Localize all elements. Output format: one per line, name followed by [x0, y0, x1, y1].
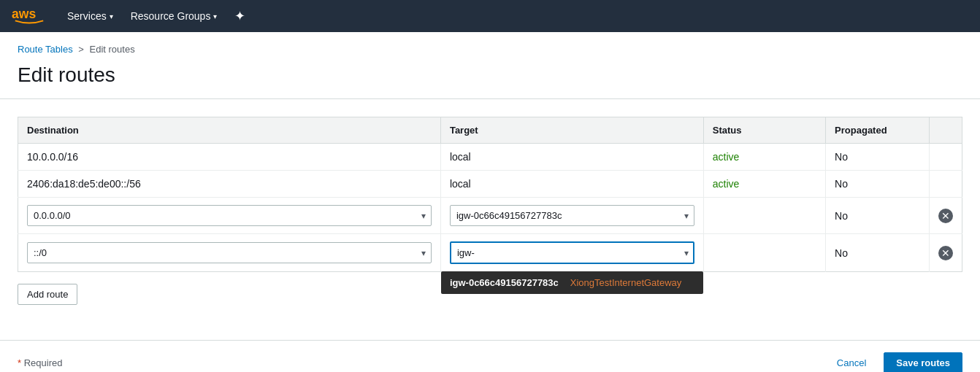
aws-logo[interactable]: aws	[12, 5, 47, 27]
breadcrumb-current: Edit routes	[90, 44, 135, 55]
status-cell-1: active	[703, 144, 825, 171]
status-input-cell-1	[703, 198, 825, 234]
action-cell-1	[929, 144, 962, 171]
target-input-cell-1: igw-0c66c49156727783c ▾	[440, 198, 703, 234]
routes-table: Destination Target Status Propagated 10.…	[18, 117, 962, 272]
breadcrumb-parent-link[interactable]: Route Tables	[18, 44, 73, 55]
remove-row-2-button[interactable]: ✕	[938, 246, 953, 260]
dest-cell-1: 10.0.0.0/16	[18, 144, 441, 171]
table-row: 2406:da18:de5:de00::/56 local active No	[18, 171, 962, 198]
footer: * Required Cancel Save routes	[0, 340, 980, 372]
dest-input-wrapper-1: 0.0.0.0/0 ▾	[27, 205, 432, 226]
suggestion-id: igw-0c66c49156727783c	[450, 277, 559, 288]
top-navigation: aws Services ▾ Resource Groups ▾ ✦	[0, 0, 980, 32]
table-header: Destination Target Status Propagated	[18, 117, 962, 144]
breadcrumb-separator: >	[78, 44, 84, 55]
pin-nav-item[interactable]: ✦	[229, 5, 251, 27]
target-cell-2: local	[440, 171, 703, 198]
action-input-cell-2: ✕	[929, 234, 962, 272]
target-suggestion-dropdown: igw-0c66c49156727783c XiongTestInternetG…	[441, 271, 703, 294]
propagated-input-cell-1: No	[826, 198, 930, 234]
services-label: Services	[67, 10, 107, 22]
table-row: 10.0.0.0/16 local active No	[18, 144, 962, 171]
svg-text:aws: aws	[12, 7, 36, 21]
status-badge-2: active	[713, 178, 740, 190]
resource-groups-nav-item[interactable]: Resource Groups ▾	[125, 7, 223, 25]
target-cell-1: local	[440, 144, 703, 171]
status-input-cell-2	[703, 234, 825, 272]
resource-groups-chevron-icon: ▾	[213, 12, 217, 20]
save-routes-button[interactable]: Save routes	[884, 352, 962, 372]
target-select-1[interactable]: igw-0c66c49156727783c	[450, 205, 694, 226]
services-chevron-icon: ▾	[110, 12, 113, 20]
remove-row-1-button[interactable]: ✕	[938, 209, 953, 223]
status-badge-1: active	[713, 151, 740, 163]
action-cell-2	[929, 171, 962, 198]
target-input-wrapper-2: ▾	[450, 241, 694, 264]
table-row: 0.0.0.0/0 ▾ igw-0c66c49156727783c ▾ No	[18, 198, 962, 234]
propagated-input-cell-2: No	[826, 234, 930, 272]
table-body: 10.0.0.0/16 local active No 2406:da18:de…	[18, 144, 962, 272]
suggestion-name: XiongTestInternetGateway	[570, 277, 681, 288]
services-nav-item[interactable]: Services ▾	[61, 7, 119, 25]
propagated-cell-1: No	[826, 144, 930, 171]
destination-select-2[interactable]: ::/0	[27, 242, 432, 263]
suggestion-item[interactable]: igw-0c66c49156727783c XiongTestInternetG…	[441, 271, 703, 294]
resource-groups-label: Resource Groups	[131, 10, 211, 22]
status-cell-2: active	[703, 171, 825, 198]
add-route-button[interactable]: Add route	[18, 284, 77, 305]
required-star: *	[18, 357, 21, 368]
breadcrumb: Route Tables > Edit routes	[0, 32, 980, 58]
header-action	[929, 117, 962, 144]
destination-select-1[interactable]: 0.0.0.0/0	[27, 205, 432, 226]
cancel-button[interactable]: Cancel	[825, 352, 878, 372]
remove-icon-2: ✕	[938, 246, 953, 260]
propagated-cell-2: No	[826, 171, 930, 198]
dest-input-cell-1: 0.0.0.0/0 ▾	[18, 198, 441, 234]
header-status: Status	[703, 117, 825, 144]
target-input-cell-2: ▾ igw-0c66c49156727783c XiongTestInterne…	[440, 234, 703, 272]
footer-actions: Cancel Save routes	[825, 352, 962, 372]
required-note: * Required	[18, 357, 62, 368]
header-target: Target	[440, 117, 703, 144]
action-input-cell-1: ✕	[929, 198, 962, 234]
dest-cell-2: 2406:da18:de5:de00::/56	[18, 171, 441, 198]
target-select-wrapper-1: igw-0c66c49156727783c ▾	[450, 205, 694, 226]
page-title: Edit routes	[0, 58, 980, 99]
header-propagated: Propagated	[826, 117, 930, 144]
dest-input-cell-2: ::/0 ▾	[18, 234, 441, 272]
table-row: ::/0 ▾ ▾ igw-0c66c49156727783c Xiong	[18, 234, 962, 272]
required-text: Required	[24, 357, 63, 368]
main-content: Destination Target Status Propagated 10.…	[0, 99, 980, 322]
target-input-2[interactable]	[450, 241, 694, 264]
remove-icon-1: ✕	[938, 209, 953, 223]
header-destination: Destination	[18, 117, 441, 144]
dest-input-wrapper-2: ::/0 ▾	[27, 242, 432, 263]
